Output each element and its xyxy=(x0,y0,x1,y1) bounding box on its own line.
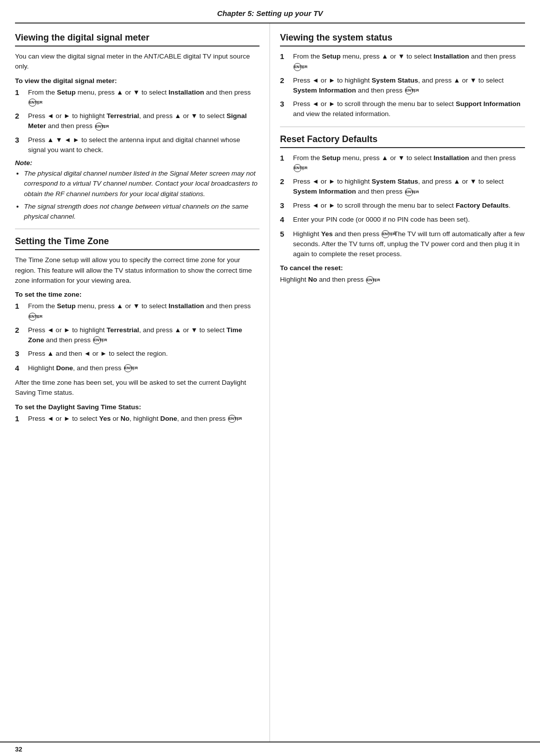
section-divider xyxy=(15,229,260,229)
chapter-title: Chapter 5: Setting up your TV xyxy=(217,9,323,18)
step-item: 1 From the Setup menu, press ▲ or ▼ to s… xyxy=(280,52,525,72)
step-item: 2 Press ◄ or ► to highlight System Statu… xyxy=(280,76,525,96)
cancel-reset-heading: To cancel the reset: xyxy=(280,264,525,272)
enter-icon: ENTER xyxy=(405,188,413,196)
enter-icon: ENTER xyxy=(93,336,101,344)
enter-icon: ENTER xyxy=(28,313,36,321)
right-section1-title: Viewing the system status xyxy=(280,33,525,47)
step-item: 4 Highlight Done, and then press ENTER. xyxy=(15,363,260,374)
enter-icon: ENTER xyxy=(405,87,413,95)
step-item: 3 Press ▲ and then ◄ or ► to select the … xyxy=(15,349,260,360)
cancel-reset-text: Highlight No and then press ENTER. xyxy=(280,275,525,285)
note-label: Note: xyxy=(15,159,32,167)
step-item: 1 Press ◄ or ► to select Yes or No, high… xyxy=(15,414,260,425)
right-section1-steps: 1 From the Setup menu, press ▲ or ▼ to s… xyxy=(280,52,525,120)
left-column: Viewing the digital signal meter You can… xyxy=(0,24,270,741)
note-list: The physical digital channel number list… xyxy=(24,169,260,222)
note-item: The physical digital channel number list… xyxy=(24,169,260,199)
digital-signal-meter-section: Viewing the digital signal meter You can… xyxy=(15,33,260,222)
section2-subheading2: To set the Daylight Saving Time Status: xyxy=(15,403,260,411)
section2-steps1: 1 From the Setup menu, press ▲ or ▼ to s… xyxy=(15,301,260,374)
right-column: Viewing the system status 1 From the Set… xyxy=(270,24,540,741)
step-item: 1 From the Setup menu, press ▲ or ▼ to s… xyxy=(15,88,260,108)
note-block: Note: The physical digital channel numbe… xyxy=(15,159,260,222)
page-number: 32 xyxy=(15,745,22,753)
step-item: 2 Press ◄ or ► to highlight Terrestrial,… xyxy=(15,325,260,346)
time-zone-section: Setting the Time Zone The Time Zone setu… xyxy=(15,236,260,424)
step-item: 3 Press ▲ ▼ ◄ ► to select the antenna in… xyxy=(15,135,260,156)
enter-icon: ENTER xyxy=(95,123,103,131)
section2-title: Setting the Time Zone xyxy=(15,236,260,250)
enter-icon: ENTER xyxy=(294,164,302,172)
enter-icon: ENTER xyxy=(124,364,132,372)
enter-icon: ENTER xyxy=(28,99,36,107)
enter-icon: ENTER xyxy=(382,230,390,238)
step-item: 1 From the Setup menu, press ▲ or ▼ to s… xyxy=(280,153,525,174)
step-item: 5 Highlight Yes and then press ENTER. Th… xyxy=(280,229,525,260)
section1-steps: 1 From the Setup menu, press ▲ or ▼ to s… xyxy=(15,88,260,156)
page-footer: 32 xyxy=(0,741,540,756)
section1-title: Viewing the digital signal meter xyxy=(15,33,260,47)
enter-icon: ENTER xyxy=(228,415,236,423)
step-item: 2 Press ◄ or ► to highlight Terrestrial,… xyxy=(15,111,260,132)
after-steps-text: After the time zone has been set, you wi… xyxy=(15,378,260,398)
right-section2-title: Reset Factory Defaults xyxy=(280,134,525,148)
section1-subheading: To view the digital signal meter: xyxy=(15,77,260,85)
section2-intro: The Time Zone setup will allow you to sp… xyxy=(15,255,260,286)
content-area: Viewing the digital signal meter You can… xyxy=(0,24,540,741)
enter-icon: ENTER xyxy=(366,276,374,284)
step-item: 4 Enter your PIN code (or 0000 if no PIN… xyxy=(280,215,525,226)
system-status-section: Viewing the system status 1 From the Set… xyxy=(280,33,525,120)
chapter-header: Chapter 5: Setting up your TV xyxy=(15,0,525,24)
reset-factory-section: Reset Factory Defaults 1 From the Setup … xyxy=(280,134,525,285)
right-section2-steps: 1 From the Setup menu, press ▲ or ▼ to s… xyxy=(280,153,525,260)
step-item: 3 Press ◄ or ► to scroll through the men… xyxy=(280,99,525,120)
section1-intro: You can view the digital signal meter in… xyxy=(15,52,260,72)
step-item: 1 From the Setup menu, press ▲ or ▼ to s… xyxy=(15,301,260,322)
page: Chapter 5: Setting up your TV Viewing th… xyxy=(0,0,540,756)
section-divider xyxy=(280,127,525,127)
section2-subheading1: To set the time zone: xyxy=(15,291,260,298)
note-item: The signal strength does not change betw… xyxy=(24,202,260,222)
enter-icon: ENTER xyxy=(294,63,302,71)
step-item: 2 Press ◄ or ► to highlight System Statu… xyxy=(280,177,525,197)
section2-steps2: 1 Press ◄ or ► to select Yes or No, high… xyxy=(15,414,260,425)
step-item: 3 Press ◄ or ► to scroll through the men… xyxy=(280,201,525,212)
